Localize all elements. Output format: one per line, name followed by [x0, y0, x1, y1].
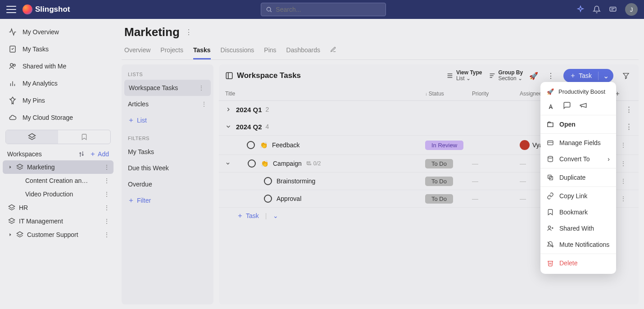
bell-icon[interactable]: [593, 5, 601, 14]
col-title[interactable]: Title: [225, 91, 425, 97]
pin-icon[interactable]: [547, 101, 555, 109]
sidebar-item-label: Shared with Me: [23, 63, 66, 70]
filter-overdue[interactable]: Overdue: [122, 176, 213, 192]
more-icon[interactable]: ⋮: [201, 100, 207, 108]
more-icon[interactable]: ⋮: [104, 231, 110, 238]
svg-point-48: [548, 226, 550, 228]
add-task-button[interactable]: Task: [237, 212, 259, 219]
cm-mute[interactable]: Mute Notifications: [540, 236, 616, 253]
cm-shared-with[interactable]: Shared With: [540, 220, 616, 236]
sidebar-item-analytics[interactable]: My Analytics: [3, 75, 113, 92]
row-more-icon[interactable]: ⋮: [620, 195, 626, 202]
search-input[interactable]: [276, 6, 381, 13]
cm-copy-link[interactable]: Copy Link: [540, 188, 616, 204]
segment-bookmarks[interactable]: [58, 130, 110, 144]
stack-icon: [16, 164, 23, 171]
more-icon[interactable]: ⋮: [104, 218, 110, 225]
filter-due-week[interactable]: Due this Week: [122, 160, 213, 176]
logo[interactable]: Slingshot: [23, 5, 70, 14]
status-pill[interactable]: To Do: [425, 177, 453, 186]
tab-edit-icon[interactable]: [330, 44, 336, 59]
add-workspace-button[interactable]: Add: [90, 150, 109, 158]
complete-toggle[interactable]: [264, 195, 272, 203]
cm-duplicate[interactable]: Duplicate: [540, 169, 616, 186]
add-task-dropdown[interactable]: ⌄: [273, 212, 278, 219]
workspace-support[interactable]: Customer Support⋮: [3, 228, 113, 241]
status-pill[interactable]: In Review: [425, 141, 463, 150]
workspace-video-production[interactable]: Video Production⋮: [3, 187, 113, 201]
activity-icon: [8, 27, 17, 36]
view-type[interactable]: View TypeList ⌄: [446, 70, 482, 82]
section-more-icon[interactable]: ⋮: [626, 105, 632, 114]
user-avatar[interactable]: J: [625, 3, 638, 16]
workspace-content-creation[interactable]: Content Creation an…⋮: [3, 174, 113, 187]
more-icon[interactable]: ⋮: [104, 204, 110, 211]
cloud-icon: [8, 113, 17, 122]
sidebar-item-shared[interactable]: Shared with Me: [3, 58, 113, 75]
complete-toggle[interactable]: [247, 141, 255, 149]
chat-icon[interactable]: [609, 5, 617, 14]
sidebar-item-pins[interactable]: My Pins: [3, 92, 113, 109]
more-icon[interactable]: ⋮: [104, 191, 110, 198]
list-articles[interactable]: Articles⋮: [122, 96, 213, 112]
cm-manage-fields[interactable]: Manage Fields: [540, 135, 616, 151]
filter-my-tasks[interactable]: My Tasks: [122, 144, 213, 160]
rocket-icon[interactable]: 🚀: [529, 72, 538, 80]
brand-name: Slingshot: [35, 5, 70, 14]
more-icon[interactable]: ⋮: [198, 84, 204, 91]
svg-rect-37: [307, 162, 310, 163]
svg-rect-43: [548, 141, 553, 145]
more-icon[interactable]: ⋮: [104, 177, 110, 184]
workspace-hr[interactable]: HR⋮: [3, 201, 113, 214]
tab-dashboards[interactable]: Dashboards: [286, 44, 321, 59]
sparkle-icon[interactable]: [576, 5, 585, 14]
status-pill[interactable]: To Do: [425, 194, 453, 204]
add-filter-button[interactable]: Filter: [122, 192, 213, 209]
section-count: 4: [266, 123, 269, 130]
sidebar-item-overview[interactable]: My Overview: [3, 23, 113, 41]
segment-workspaces[interactable]: [6, 130, 58, 144]
complete-toggle[interactable]: [248, 159, 256, 168]
workspace-it[interactable]: IT Management⋮: [3, 214, 113, 228]
search-box[interactable]: [261, 3, 386, 16]
new-task-dropdown[interactable]: ⌄: [598, 72, 613, 80]
filter-icon[interactable]: [620, 69, 632, 82]
sort-icon[interactable]: [78, 150, 85, 158]
group-by[interactable]: Group BySection ⌄: [489, 70, 523, 82]
page-more-icon[interactable]: ⋮: [185, 28, 192, 36]
add-list-button[interactable]: List: [122, 112, 213, 128]
new-task-button: Task ⌄: [563, 69, 613, 82]
tab-overview[interactable]: Overview: [124, 44, 150, 59]
chevron-down-icon[interactable]: [225, 161, 231, 166]
status-pill[interactable]: To Do: [425, 159, 453, 168]
tab-tasks[interactable]: Tasks: [193, 44, 211, 59]
tab-discussions[interactable]: Discussions: [221, 44, 254, 59]
comment-icon[interactable]: [563, 101, 571, 109]
tab-projects[interactable]: Projects: [160, 44, 183, 59]
tab-pins[interactable]: Pins: [264, 44, 276, 59]
list-icon: [446, 72, 454, 79]
list-workspace-tasks[interactable]: Workspace Tasks⋮: [124, 80, 211, 96]
add-column-button[interactable]: [614, 91, 632, 97]
sidebar-item-cloud[interactable]: My Cloud Storage: [3, 109, 113, 126]
col-priority[interactable]: Priority: [472, 91, 520, 97]
tasks-more-icon[interactable]: ⋮: [544, 69, 557, 82]
section-more-icon[interactable]: ⋮: [626, 123, 632, 131]
announce-icon[interactable]: [579, 101, 587, 109]
row-more-icon[interactable]: ⋮: [620, 160, 626, 167]
stack-icon: [8, 218, 15, 225]
row-more-icon[interactable]: ⋮: [620, 141, 626, 149]
cm-convert-to[interactable]: Convert To›: [540, 151, 616, 167]
complete-toggle[interactable]: [264, 177, 272, 185]
workspace-marketing[interactable]: Marketing ⋮: [3, 160, 113, 174]
row-more-icon[interactable]: ⋮: [620, 177, 626, 185]
cm-delete[interactable]: Delete: [540, 255, 616, 271]
new-task-main[interactable]: Task: [563, 72, 598, 79]
cm-bookmark[interactable]: Bookmark: [540, 204, 616, 220]
menu-toggle[interactable]: [6, 6, 16, 13]
cm-boost[interactable]: 🚀Productivity Boost: [540, 85, 616, 99]
sidebar-item-tasks[interactable]: My Tasks: [3, 41, 113, 58]
cm-open[interactable]: Open: [540, 116, 616, 132]
col-status[interactable]: ↓ Status: [425, 91, 472, 97]
more-icon[interactable]: ⋮: [104, 164, 110, 171]
